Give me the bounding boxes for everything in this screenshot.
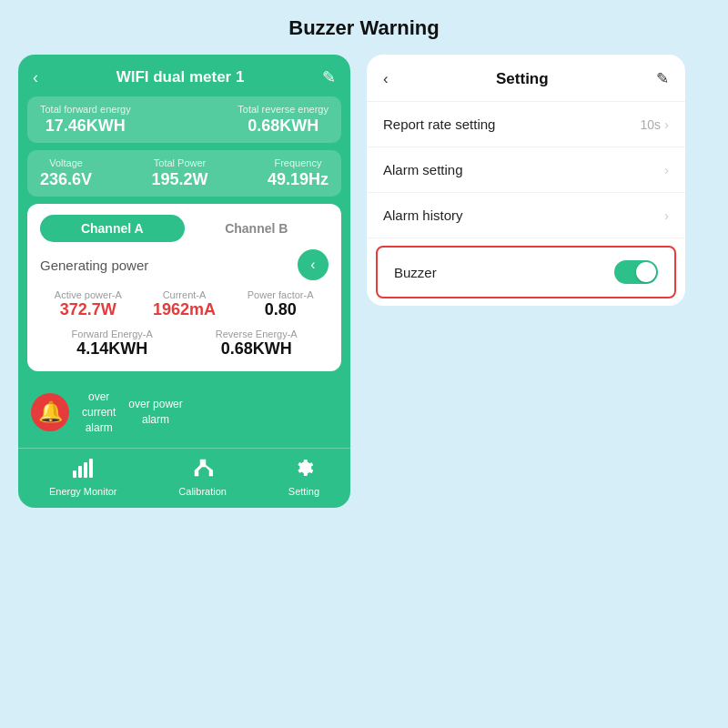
report-rate-label: Report rate setting (383, 116, 495, 132)
device-title: WIFI dual meter 1 (116, 68, 245, 86)
report-rate-value: 10s (640, 117, 661, 132)
voltage-label: Voltage (40, 157, 92, 168)
alarm-setting-right: › (664, 162, 669, 177)
stats-row: Voltage 236.6V Total Power 195.2W Freque… (27, 150, 341, 197)
buzzer-toggle[interactable] (614, 260, 658, 284)
forward-energy-value: 17.46KWH (40, 116, 131, 136)
setting-icon (294, 458, 314, 483)
channel-body: Generating power ‹ Active power-A 372.7W… (40, 249, 329, 359)
alarm-setting-label: Alarm setting (383, 162, 463, 177)
page-title: Buzzer Warning (288, 16, 439, 40)
forward-energy-item: Total forward energy 17.46KWH (40, 104, 131, 136)
panels-container: ‹ WIFI dual meter 1 ✎ Total forward ener… (18, 55, 710, 508)
alarm-setting-item[interactable]: Alarm setting › (367, 147, 685, 193)
bottom-nav: Energy Monitor Calibration Setting (18, 448, 350, 508)
frequency-label: Frequency (268, 157, 329, 168)
active-power-value: 372.7W (40, 300, 136, 319)
bell-emoji: 🔔 (38, 400, 63, 424)
generating-label: Generating power (40, 258, 148, 273)
power-factor-value: 0.80 (232, 300, 329, 319)
channel-a-tab[interactable]: Channel A (40, 215, 185, 242)
forward-energy-a-value: 4.14KWH (40, 339, 185, 359)
setting-label: Setting (288, 486, 319, 497)
channel-energy-grid: Forward Energy-A 4.14KWH Reverse Energy-… (40, 329, 329, 359)
alarm-history-right: › (664, 207, 669, 223)
forward-energy-a-item: Forward Energy-A 4.14KWH (40, 329, 185, 359)
energy-row: Total forward energy 17.46KWH Total reve… (27, 96, 341, 143)
generating-row: Generating power ‹ (40, 249, 329, 280)
alarm-bell-icon: 🔔 (31, 393, 69, 431)
right-panel: ‹ Setting ✎ Report rate setting 10s › Al… (367, 55, 685, 306)
frequency-item: Frequency 49.19Hz (268, 157, 329, 189)
reverse-energy-label: Total reverse energy (238, 104, 329, 115)
frequency-value: 49.19Hz (268, 170, 329, 189)
svg-rect-0 (73, 470, 76, 478)
metrics-grid: Active power-A 372.7W Current-A 1962mA P… (40, 289, 329, 319)
edit-icon[interactable]: ✎ (322, 67, 336, 87)
nav-calibration[interactable]: Calibration (178, 458, 227, 497)
total-power-value: 195.2W (151, 170, 207, 189)
report-rate-right: 10s › (640, 116, 669, 132)
reverse-energy-item: Total reverse energy 0.68KWH (238, 104, 329, 136)
active-power-label: Active power-A (40, 289, 136, 300)
forward-energy-label: Total forward energy (40, 104, 131, 115)
right-back-icon[interactable]: ‹ (383, 70, 389, 88)
left-panel: ‹ WIFI dual meter 1 ✎ Total forward ener… (18, 55, 350, 508)
svg-rect-3 (89, 459, 93, 478)
current-item: Current-A 1962mA (136, 289, 233, 319)
svg-rect-2 (84, 462, 87, 478)
alarm-history-chevron: › (664, 207, 669, 223)
alarm-history-item[interactable]: Alarm history › (367, 193, 685, 238)
over-current-alarm-text: over current alarm (82, 389, 116, 435)
calibration-label: Calibration (178, 486, 227, 497)
left-panel-header: ‹ WIFI dual meter 1 ✎ (18, 55, 350, 96)
power-factor-item: Power factor-A 0.80 (232, 289, 329, 319)
alarm-history-label: Alarm history (383, 207, 463, 223)
alarm-setting-chevron: › (664, 162, 669, 177)
current-value: 1962mA (136, 300, 233, 319)
channel-card: Channel A Channel B Generating power ‹ A… (27, 204, 341, 371)
buzzer-label: Buzzer (394, 265, 437, 280)
over-power-alarm-text: over power alarm (128, 397, 182, 428)
nav-energy-monitor[interactable]: Energy Monitor (49, 458, 117, 497)
nav-setting[interactable]: Setting (288, 458, 319, 497)
channel-b-tab[interactable]: Channel B (185, 215, 329, 242)
voltage-value: 236.6V (40, 170, 92, 189)
calibration-icon (193, 458, 213, 483)
energy-monitor-icon (72, 458, 94, 483)
energy-monitor-label: Energy Monitor (49, 486, 117, 497)
total-power-item: Total Power 195.2W (151, 157, 207, 189)
reverse-energy-value: 0.68KWH (238, 116, 329, 136)
svg-rect-1 (78, 466, 82, 478)
report-rate-chevron: › (664, 116, 669, 132)
channel-tabs: Channel A Channel B (40, 215, 329, 242)
report-rate-item[interactable]: Report rate setting 10s › (367, 102, 685, 147)
back-icon[interactable]: ‹ (33, 68, 38, 87)
power-factor-label: Power factor-A (232, 289, 329, 300)
total-power-label: Total Power (151, 157, 207, 168)
right-panel-header: ‹ Setting ✎ (367, 55, 685, 102)
channel-back-btn[interactable]: ‹ (298, 249, 329, 280)
active-power-item: Active power-A 372.7W (40, 289, 136, 319)
voltage-item: Voltage 236.6V (40, 157, 92, 189)
forward-energy-a-label: Forward Energy-A (40, 329, 185, 339)
right-edit-icon[interactable]: ✎ (656, 69, 669, 88)
toggle-knob (636, 262, 656, 282)
reverse-energy-a-label: Reverse Energy-A (185, 329, 329, 339)
reverse-energy-a-value: 0.68KWH (185, 339, 329, 359)
alarm-row: 🔔 over current alarm over power alarm (18, 380, 350, 440)
right-panel-title: Setting (496, 70, 549, 88)
settings-list: Report rate setting 10s › Alarm setting … (367, 102, 685, 238)
reverse-energy-a-item: Reverse Energy-A 0.68KWH (185, 329, 329, 359)
current-label: Current-A (136, 289, 233, 300)
buzzer-row: Buzzer (376, 246, 676, 298)
